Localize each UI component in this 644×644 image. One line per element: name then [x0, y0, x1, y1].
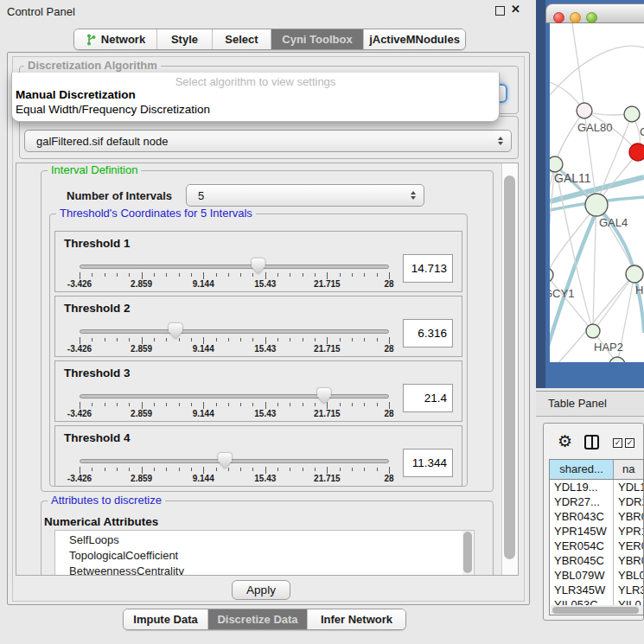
- tab-select[interactable]: Select: [213, 29, 271, 49]
- network-canvas[interactable]: GAL80GAGAL11GAL4GCY1HHAP2: [550, 23, 644, 362]
- table-row[interactable]: YDL19...YDL1: [550, 480, 644, 494]
- slider-tick: [252, 468, 253, 471]
- node-label-h: H: [635, 284, 643, 296]
- slider-tick: [389, 272, 390, 279]
- apply-button[interactable]: Apply: [232, 580, 290, 600]
- checkbox-icon[interactable]: ✓: [613, 438, 622, 448]
- table-row[interactable]: YPR145WYPR1: [550, 524, 644, 539]
- float-window-icon[interactable]: [495, 6, 505, 16]
- network-node[interactable]: [629, 143, 644, 161]
- threshold-slider-thumb[interactable]: [218, 453, 232, 469]
- network-node[interactable]: [550, 268, 553, 282]
- algorithm-dropdown-popup: Select algorithm to view settings Manual…: [11, 73, 500, 122]
- slider-tick: [166, 338, 167, 341]
- split-columns-icon[interactable]: [584, 435, 599, 450]
- table-row[interactable]: YBL079WYBL0: [550, 568, 644, 583]
- network-window-titlebar[interactable]: [545, 3, 644, 23]
- zoom-traffic-light-icon[interactable]: [586, 12, 597, 23]
- table-row[interactable]: YDR27...YDR2: [550, 494, 644, 509]
- slider-tick: [290, 273, 290, 277]
- network-node[interactable]: [585, 194, 608, 216]
- table-horizontal-scrollbar-thumb[interactable]: [552, 607, 639, 614]
- slider-tick: [228, 338, 229, 341]
- slider-tick: [191, 338, 192, 341]
- number-of-intervals-combo[interactable]: 5: [186, 184, 424, 207]
- algorithm-option-equal-width-frequency-discretization[interactable]: Equal Width/Frequency Discretization: [16, 103, 210, 116]
- slider-tick: [216, 338, 217, 341]
- table-row[interactable]: YLR345WYLR3: [550, 583, 644, 597]
- slider-tick: [179, 338, 180, 341]
- threshold-value-field[interactable]: 6.316: [403, 319, 453, 348]
- network-node[interactable]: [609, 357, 625, 362]
- column-header-shared-[interactable]: shared...: [550, 460, 614, 479]
- slider-tick-label: 2.859: [120, 279, 163, 289]
- slider-tick: [389, 467, 390, 474]
- slider-tick: [92, 338, 92, 341]
- slider-tick: [389, 402, 390, 409]
- threshold-slider-thumb[interactable]: [169, 323, 182, 339]
- tab-impute-data[interactable]: Impute Data: [124, 609, 208, 629]
- tab-network[interactable]: Network: [74, 29, 157, 49]
- settings-vertical-scrollbar-thumb[interactable]: [504, 175, 515, 559]
- slider-tick: [240, 468, 241, 471]
- slider-tick: [92, 468, 92, 471]
- threshold-value-field[interactable]: 11.344: [403, 449, 453, 477]
- tab-style[interactable]: Style: [157, 29, 213, 49]
- threshold-slider-track[interactable]: [80, 265, 389, 269]
- column-header-na[interactable]: na: [614, 460, 644, 479]
- cell-shared-name: YER054C: [550, 539, 614, 553]
- attribute-item-selfloops[interactable]: SelfLoops: [55, 532, 474, 548]
- gear-icon[interactable]: ⚙: [558, 431, 572, 451]
- slider-tick-label: 15.43: [244, 474, 287, 483]
- slider-tick: [92, 403, 92, 406]
- slider-tick: [265, 467, 266, 474]
- cell-name: YBR0: [614, 553, 644, 568]
- slider-tick: [252, 273, 253, 277]
- network-node[interactable]: [626, 265, 643, 283]
- slider-tick-label: 21.715: [305, 474, 348, 483]
- node-attribute-table[interactable]: shared...na YDL19...YDL1YDR27...YDR2YBR0…: [549, 459, 644, 615]
- slider-tick: [105, 468, 105, 471]
- slider-tick: [228, 468, 229, 471]
- network-node[interactable]: [577, 103, 592, 118]
- table-data-combo[interactable]: galFiltered.sif default node: [24, 130, 512, 152]
- threshold-slider-track[interactable]: [80, 394, 389, 399]
- table-horizontal-scrollbar[interactable]: [551, 605, 643, 615]
- tab-label: Infer Network: [321, 613, 392, 626]
- attribute-item-betweennesscentrality[interactable]: BetweennessCentrality: [55, 564, 474, 576]
- algorithm-option-manual-discretization[interactable]: Manual Discretization: [16, 88, 136, 101]
- tab-cyni-toolbox[interactable]: Cyni Toolbox: [271, 29, 364, 49]
- threshold-slider-track[interactable]: [80, 459, 389, 463]
- network-node[interactable]: [624, 106, 640, 122]
- table-row[interactable]: YBR045CYBR0: [550, 553, 644, 568]
- slider-tick: [327, 272, 328, 279]
- tab-discretize-data[interactable]: Discretize Data: [208, 609, 308, 629]
- checkbox-icon[interactable]: ✓: [625, 438, 634, 448]
- threshold-slider-track[interactable]: [80, 329, 389, 334]
- network-node[interactable]: [586, 324, 600, 338]
- threshold-slider-thumb[interactable]: [252, 258, 265, 274]
- cell-name: YDR2: [614, 494, 644, 509]
- table-row[interactable]: YBR043CYBR0: [550, 509, 644, 524]
- threshold-value-field[interactable]: 21.4: [403, 384, 453, 412]
- tab-infer-network[interactable]: Infer Network: [308, 609, 405, 629]
- numerical-attributes-list: SelfLoopsTopologicalCoefficientBetweenne…: [54, 530, 475, 576]
- slider-tick: [203, 402, 204, 409]
- attributes-scrollbar-thumb[interactable]: [463, 532, 472, 573]
- attribute-item-topologicalcoefficient[interactable]: TopologicalCoefficient: [55, 548, 474, 564]
- minimize-traffic-light-icon[interactable]: [570, 12, 581, 23]
- close-icon[interactable]: ✕: [511, 3, 520, 16]
- table-row[interactable]: YER054CYER0: [550, 539, 644, 553]
- threshold-slider-thumb[interactable]: [317, 388, 331, 404]
- threshold-value-field[interactable]: 14.713: [403, 254, 453, 283]
- slider-tick: [129, 273, 130, 277]
- attributes-group-title: Attributes to discretize: [48, 494, 165, 507]
- slider-tick: [364, 273, 365, 277]
- slider-tick-label: -3.426: [58, 344, 101, 354]
- tab-jactivemnodules[interactable]: jActiveMNodules: [364, 29, 465, 49]
- slider-tick: [364, 338, 365, 341]
- close-traffic-light-icon[interactable]: [553, 12, 564, 23]
- slider-tick: [327, 402, 328, 409]
- network-node[interactable]: [550, 156, 563, 172]
- slider-tick: [105, 403, 105, 406]
